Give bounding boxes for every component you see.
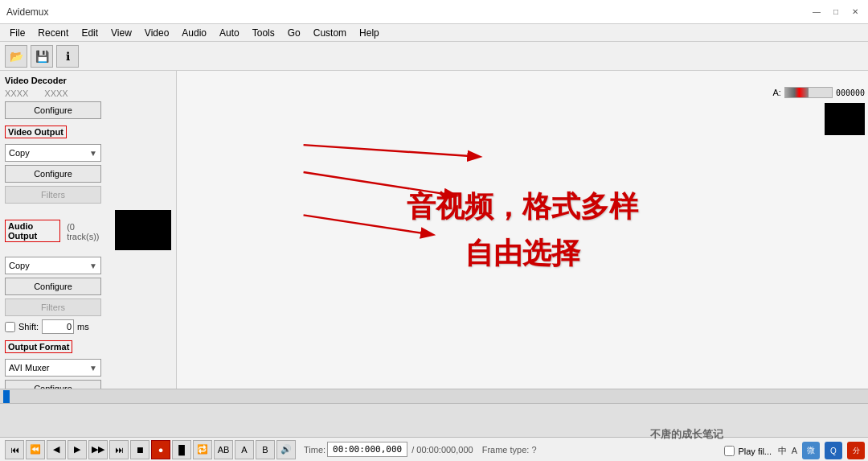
audio-preview-box [115, 210, 171, 250]
time-separator: / 00:00:000,000 [411, 445, 473, 455]
volume-button[interactable]: 🔊 [276, 440, 296, 459]
video-output-label: Video Output [5, 126, 67, 138]
shift-input[interactable] [42, 319, 74, 334]
menu-help[interactable]: Help [353, 26, 386, 40]
play-button[interactable]: ▶ [68, 440, 87, 459]
record-button[interactable]: ● [151, 440, 170, 459]
shift-checkbox[interactable] [5, 322, 15, 332]
menu-file[interactable]: File [3, 26, 31, 40]
output-format-section: Output Format AVI Muxer ▼ Configure [5, 340, 171, 389]
decoder-configure-button[interactable]: Configure [5, 101, 101, 119]
titlebar: Avidemux — □ ✕ [0, 0, 868, 24]
shift-unit: ms [77, 322, 89, 331]
dropdown-arrow-icon: ▼ [89, 149, 97, 158]
timeline-area [0, 389, 868, 437]
video-decoder-label: Video Decoder [5, 76, 171, 85]
rewind-button[interactable]: ⏪ [26, 440, 45, 459]
menu-audio[interactable]: Audio [175, 26, 213, 40]
maximize-button[interactable]: □ [829, 6, 842, 19]
audio-filters-button[interactable]: Filters [5, 298, 101, 316]
video-decoder-section: Video Decoder XXXX XXXX Configure [5, 76, 171, 119]
playhead-marker[interactable] [3, 390, 10, 403]
goto-start-button[interactable]: ⏮ [5, 440, 24, 459]
right-panel: 音视频，格式多样 自由选择 A: 000000 [177, 71, 868, 389]
annotation-line1: 音视频，格式多样 [407, 183, 638, 230]
time-label: Time: [304, 445, 326, 455]
watermark: 不唐的成长笔记 [650, 427, 723, 442]
output-format-label: Output Format [5, 340, 72, 353]
loop-button[interactable]: 🔁 [193, 440, 212, 459]
volume-value: 000000 [836, 88, 865, 97]
menu-go[interactable]: Go [281, 26, 307, 40]
timeline-track[interactable] [0, 404, 868, 437]
open-button[interactable]: 📂 [5, 45, 27, 68]
stop-button[interactable]: ⏹ [130, 440, 149, 459]
codec-info-row: XXXX XXXX [5, 88, 171, 98]
close-button[interactable]: ✕ [849, 6, 862, 19]
audio-output-label: Audio Output [5, 220, 60, 242]
minimize-button[interactable]: — [810, 6, 823, 19]
codec-dst: XXXX [44, 88, 68, 98]
menu-recent[interactable]: Recent [31, 26, 75, 40]
play-file-checkbox[interactable] [724, 446, 735, 456]
format-configure-button[interactable]: Configure [5, 380, 101, 389]
window-controls: — □ ✕ [810, 6, 862, 19]
annotation-line2: 自由选择 [407, 230, 638, 277]
app-title: Avidemux [6, 6, 48, 18]
audio-track-count: (0 track(s)) [67, 222, 104, 241]
main-container: Video Decoder XXXX XXXX Configure Video … [0, 71, 868, 389]
menu-custom[interactable]: Custom [307, 26, 353, 40]
menu-video[interactable]: Video [138, 26, 175, 40]
goto-end-button[interactable]: ⏭ [109, 440, 129, 459]
audio-configure-button[interactable]: Configure [5, 278, 101, 295]
shift-label: Shift: [18, 322, 39, 331]
volume-slider[interactable] [784, 87, 833, 98]
menu-edit[interactable]: Edit [75, 26, 104, 40]
next-frame-button[interactable]: ▶▶ [88, 440, 108, 459]
video-output-dropdown[interactable]: Copy ▼ [5, 144, 101, 162]
marker-b-button[interactable]: B [256, 440, 275, 459]
prev-frame-button[interactable]: ◀ [47, 440, 66, 459]
left-panel: Video Decoder XXXX XXXX Configure Video … [0, 71, 177, 389]
save-button[interactable]: 💾 [31, 45, 53, 68]
ime-en: A [792, 446, 797, 455]
ime-zh: 中 [778, 445, 787, 457]
codec-src: XXXX [5, 88, 28, 98]
ab-button[interactable]: AB [214, 440, 233, 459]
menu-view[interactable]: View [104, 26, 138, 40]
volume-a-label: A: [772, 88, 780, 97]
play-file-row: Play fil... [724, 446, 772, 456]
menu-auto[interactable]: Auto [213, 26, 246, 40]
audio-output-section: Audio Output (0 track(s)) Copy ▼ Configu… [5, 210, 171, 334]
toolbar: 📂 💾 ℹ [0, 42, 868, 71]
marker-a-button[interactable]: A [235, 440, 254, 459]
menubar: File Recent Edit View Video Audio Auto T… [0, 24, 868, 42]
mini-preview-box [825, 103, 865, 135]
format-dropdown-arrow-icon: ▼ [89, 364, 97, 373]
wechat-icon[interactable]: 微 [802, 442, 820, 459]
play-file-label: Play fil... [738, 447, 772, 456]
video-output-section: Video Output Copy ▼ Configure Filters [5, 126, 171, 204]
annotation-text-container: 音视频，格式多样 自由选择 [407, 183, 638, 276]
frame-type-label: Frame type: ? [482, 445, 537, 455]
audio-dropdown-arrow-icon: ▼ [89, 261, 97, 270]
video-configure-button[interactable]: Configure [5, 165, 101, 183]
qq-icon[interactable]: Q [825, 442, 842, 459]
audio-output-dropdown[interactable]: Copy ▼ [5, 257, 101, 274]
time-current: 00:00:000,000 [327, 442, 407, 457]
system-tray: 中 A 微 Q 分 [778, 442, 865, 459]
shift-row: Shift: ms [5, 319, 171, 334]
menu-tools[interactable]: Tools [246, 26, 281, 40]
svg-line-1 [304, 145, 479, 157]
video-filters-button[interactable]: Filters [5, 186, 101, 204]
output-format-dropdown[interactable]: AVI Muxer ▼ [5, 359, 101, 377]
share-icon[interactable]: 分 [847, 442, 865, 459]
pause-button[interactable]: ▐▌ [172, 440, 191, 459]
transport-bar: ⏮ ⏪ ◀ ▶ ▶▶ ⏭ ⏹ ● ▐▌ 🔁 AB A B 🔊 Time: 00:… [0, 437, 868, 461]
info-button[interactable]: ℹ [56, 45, 79, 68]
timeline-ruler[interactable] [0, 389, 868, 404]
